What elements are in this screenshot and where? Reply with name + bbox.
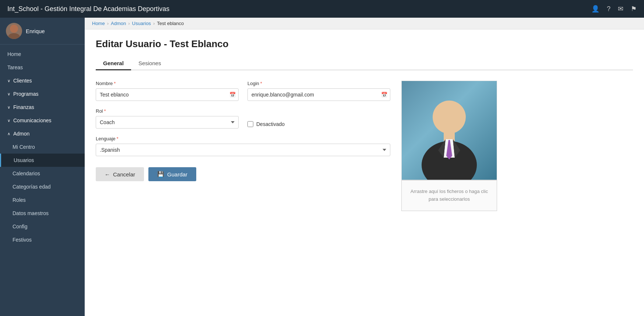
lenguaje-required: *: [117, 136, 119, 141]
sidebar-item-festivos[interactable]: Festivos: [0, 233, 85, 246]
sidebar: Enrique Home Tareas ∨ Clientes ∨ Program…: [0, 18, 85, 316]
breadcrumb-admon[interactable]: Admon: [111, 21, 126, 26]
sidebar-item-programas[interactable]: ∨ Programas: [0, 87, 85, 101]
app-title: Int_School - Gestión Integral De Academi…: [7, 5, 591, 13]
nombre-input[interactable]: [96, 88, 239, 101]
form-row-3: Lenguaje* .Spanish .English .French: [96, 136, 390, 156]
chevron-down-icon: ∨: [7, 78, 10, 83]
form-group-rol: Rol* Coach Admin Usuario: [96, 108, 239, 129]
page-title: Editar Usuario - Test Eblanco: [96, 38, 633, 50]
sidebar-item-clientes[interactable]: ∨ Clientes: [0, 74, 85, 87]
avatar-preview: [401, 81, 497, 180]
topbar-icons: 👤 ? ✉ ⚑: [591, 5, 637, 13]
main-content: Home › Admon › Usuarios › Test eblanco E…: [85, 18, 644, 316]
desactivado-checkbox[interactable]: [247, 121, 253, 127]
form-group-login: Login* 📅: [247, 81, 390, 101]
lenguaje-select[interactable]: .Spanish .English .French: [96, 144, 390, 156]
lenguaje-label: Lenguaje*: [96, 136, 390, 141]
sidebar-nav: Home Tareas ∨ Clientes ∨ Programas ∨ Fin…: [0, 45, 85, 249]
calendar-icon[interactable]: 📅: [229, 92, 236, 98]
form-group-lenguaje: Lenguaje* .Spanish .English .French: [96, 136, 390, 156]
help-icon[interactable]: ?: [607, 5, 610, 13]
chevron-down-icon: ∨: [7, 92, 10, 96]
svg-point-2: [433, 101, 466, 134]
outlook-icon[interactable]: ✉: [618, 5, 623, 13]
sidebar-item-mi-centro[interactable]: Mi Centro: [0, 140, 85, 154]
desactivado-label: Desactivado: [256, 121, 285, 127]
chevron-up-icon: ∧: [7, 131, 10, 136]
form-right: Arrastre aquí los ficheros o haga clic p…: [401, 81, 497, 211]
login-input-wrapper: 📅: [247, 88, 390, 101]
save-button[interactable]: 💾 Guardar: [148, 167, 196, 181]
nombre-label: Nombre*: [96, 81, 239, 86]
sidebar-username: Enrique: [26, 28, 45, 34]
person-icon[interactable]: 👤: [591, 5, 599, 13]
form-main: Nombre* 📅 Login*: [96, 81, 633, 211]
breadcrumb-sep-2: ›: [128, 21, 130, 26]
form-group-nombre: Nombre* 📅: [96, 81, 239, 101]
rol-label: Rol*: [96, 108, 239, 114]
form-group-desactivado: Desactivado: [247, 108, 390, 129]
breadcrumb-usuarios[interactable]: Usuarios: [132, 21, 151, 26]
home-label: Home: [7, 51, 21, 57]
sidebar-item-finanzas[interactable]: ∨ Finanzas: [0, 101, 85, 114]
rol-select[interactable]: Coach Admin Usuario: [96, 116, 239, 129]
form-buttons: ← Cancelar 💾 Guardar: [96, 167, 390, 181]
avatar: [6, 23, 22, 39]
sidebar-item-tareas[interactable]: Tareas: [0, 61, 85, 74]
breadcrumb-home[interactable]: Home: [92, 21, 105, 26]
breadcrumb-sep-3: ›: [153, 21, 155, 26]
login-input[interactable]: [247, 88, 390, 101]
cancel-button[interactable]: ← Cancelar: [96, 167, 144, 181]
rol-required: *: [104, 108, 106, 114]
login-label: Login*: [247, 81, 390, 86]
topbar: Int_School - Gestión Integral De Academi…: [0, 0, 644, 18]
sidebar-item-calendarios[interactable]: Calendarios: [0, 167, 85, 180]
tareas-label: Tareas: [7, 64, 23, 70]
desactivado-row: Desactivado: [247, 118, 390, 127]
upload-area[interactable]: Arrastre aquí los ficheros o haga clic p…: [401, 180, 497, 211]
sidebar-item-usuarios[interactable]: Usuarios: [0, 154, 85, 167]
form-row-1: Nombre* 📅 Login*: [96, 81, 390, 101]
breadcrumb: Home › Admon › Usuarios › Test eblanco: [85, 18, 644, 29]
nombre-required: *: [114, 81, 116, 86]
chevron-down-icon: ∨: [7, 105, 10, 110]
sidebar-item-admon[interactable]: ∧ Admon: [0, 127, 85, 140]
person-illustration: [412, 91, 486, 180]
svg-point-0: [10, 25, 18, 33]
sidebar-item-roles[interactable]: Roles: [0, 193, 85, 207]
flag-icon[interactable]: ⚑: [631, 5, 637, 13]
sidebar-item-comunicaciones[interactable]: ∨ Comunicaciones: [0, 114, 85, 127]
calendar-icon-login[interactable]: 📅: [381, 92, 387, 98]
sidebar-item-categorias-edad[interactable]: Categorías edad: [0, 180, 85, 193]
main-layout: Enrique Home Tareas ∨ Clientes ∨ Program…: [0, 18, 644, 316]
save-icon: 💾: [157, 171, 164, 178]
breadcrumb-current: Test eblanco: [157, 21, 184, 26]
form-row-2: Rol* Coach Admin Usuario Desactiv: [96, 108, 390, 129]
breadcrumb-sep-1: ›: [107, 21, 109, 26]
sidebar-item-config[interactable]: Config: [0, 220, 85, 233]
sidebar-item-home[interactable]: Home: [0, 48, 85, 61]
login-required: *: [260, 81, 262, 86]
form-fields: Nombre* 📅 Login*: [96, 81, 390, 181]
chevron-down-icon: ∨: [7, 118, 10, 123]
sidebar-item-datos-maestros[interactable]: Datos maestros: [0, 207, 85, 220]
tab-sesiones[interactable]: Sesiones: [131, 57, 169, 70]
tab-general[interactable]: General: [96, 57, 131, 70]
tabs: General Sesiones: [96, 57, 633, 70]
nombre-input-wrapper: 📅: [96, 88, 239, 101]
svg-point-1: [8, 33, 20, 39]
page-body: Editar Usuario - Test Eblanco General Se…: [85, 29, 644, 316]
sidebar-user: Enrique: [0, 18, 85, 45]
back-arrow-icon: ←: [105, 171, 110, 178]
